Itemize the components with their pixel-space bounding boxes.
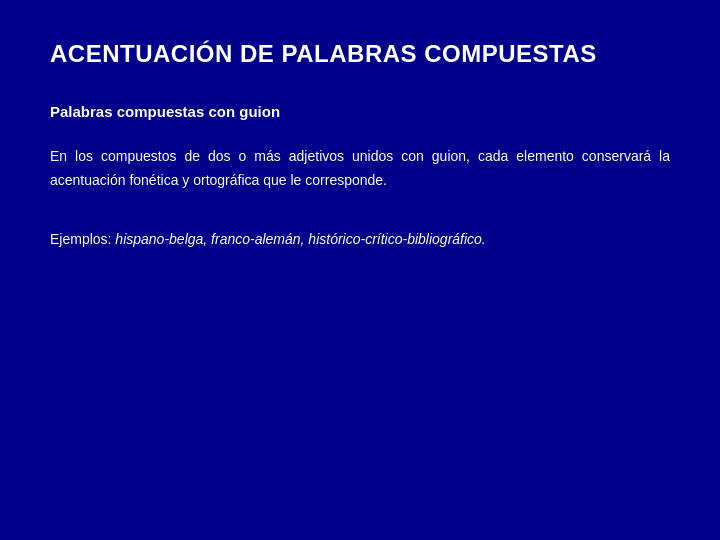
examples-label: Ejemplos: [50, 231, 115, 247]
slide-body-text: En los compuestos de dos o más adjetivos… [50, 145, 670, 193]
slide-title: ACENTUACIÓN DE PALABRAS COMPUESTAS [50, 40, 670, 68]
slide-examples: Ejemplos: hispano-belga, franco-alemán, … [50, 228, 670, 252]
slide-subtitle: Palabras compuestas con guion [50, 103, 670, 120]
examples-content: hispano-belga, franco-alemán, histórico-… [115, 231, 485, 247]
slide: ACENTUACIÓN DE PALABRAS COMPUESTAS Palab… [0, 0, 720, 540]
